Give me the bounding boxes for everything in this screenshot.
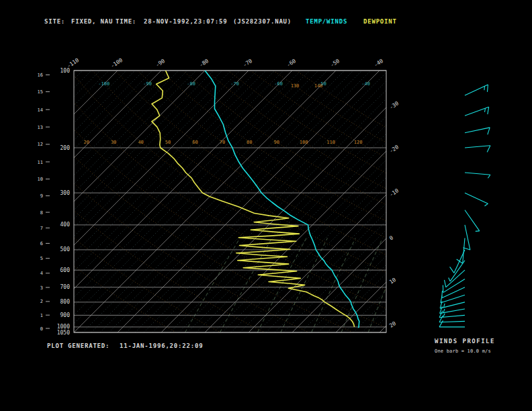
- svg-text:800: 800: [60, 299, 71, 305]
- svg-text:-110: -110: [66, 57, 80, 69]
- svg-text:-90: -90: [154, 58, 166, 68]
- svg-text:600: 600: [60, 267, 71, 273]
- sounding-plot-screen: SITE: FIXED, NAU TIME: 28-NOV-1992,23:07…: [0, 0, 532, 411]
- svg-text:6: 6: [40, 241, 43, 246]
- plot-generated-value: 11-JAN-1996,20:22:09: [120, 342, 203, 349]
- svg-text:-80: -80: [198, 58, 210, 68]
- temp-trace: [205, 71, 359, 328]
- svg-text:-30: -30: [388, 100, 400, 111]
- svg-text:10: 10: [38, 177, 43, 182]
- svg-text:-100: -100: [98, 81, 109, 87]
- svg-text:1: 1: [40, 313, 43, 318]
- pressure-gridlines: [74, 71, 386, 332]
- svg-text:60: 60: [192, 140, 197, 145]
- svg-text:15: 15: [38, 89, 43, 95]
- winds-profile-caption: One barb = 10.0 m/s: [435, 349, 491, 354]
- isotherm-labels-right: -30-20-1001020: [388, 100, 400, 329]
- dewpoint-trace: [152, 71, 355, 327]
- wind-barb-profile: [439, 85, 490, 327]
- svg-text:-60: -60: [285, 58, 297, 68]
- svg-text:-60: -60: [274, 81, 283, 87]
- svg-text:130: 130: [291, 83, 300, 89]
- svg-text:20: 20: [388, 320, 397, 329]
- svg-text:14: 14: [38, 107, 43, 113]
- svg-text:-50: -50: [318, 81, 326, 87]
- svg-text:400: 400: [60, 222, 71, 228]
- svg-text:110: 110: [326, 140, 335, 145]
- svg-text:3: 3: [40, 285, 43, 291]
- svg-text:50: 50: [165, 140, 171, 145]
- height-axis-km: 012345678910111213141516: [38, 73, 50, 332]
- svg-text:2: 2: [40, 299, 43, 304]
- svg-text:90: 90: [274, 140, 279, 145]
- svg-text:30: 30: [111, 140, 116, 145]
- svg-text:5: 5: [40, 256, 43, 261]
- svg-text:-70: -70: [230, 81, 239, 87]
- svg-text:-80: -80: [187, 81, 195, 87]
- svg-text:40: 40: [138, 140, 143, 145]
- svg-text:8: 8: [40, 210, 43, 216]
- svg-text:9: 9: [40, 193, 43, 199]
- svg-text:700: 700: [60, 284, 71, 290]
- svg-text:-100: -100: [109, 57, 124, 69]
- svg-text:200: 200: [60, 145, 71, 151]
- svg-text:-40: -40: [373, 58, 384, 68]
- svg-text:100: 100: [300, 140, 308, 145]
- svg-text:-40: -40: [361, 81, 370, 87]
- svg-text:4: 4: [40, 271, 43, 276]
- mixing-ratio-lines: [185, 238, 439, 333]
- svg-text:16: 16: [38, 73, 43, 78]
- svg-text:70: 70: [220, 140, 225, 145]
- svg-text:-70: -70: [242, 58, 253, 68]
- svg-text:11: 11: [38, 160, 43, 165]
- svg-text:120: 120: [354, 140, 363, 145]
- svg-text:900: 900: [60, 312, 71, 318]
- svg-text:0: 0: [388, 234, 394, 241]
- svg-text:10: 10: [388, 277, 397, 285]
- svg-text:300: 300: [60, 190, 71, 196]
- svg-text:500: 500: [60, 246, 71, 253]
- svg-text:-90: -90: [143, 81, 152, 87]
- svg-text:-50: -50: [329, 58, 341, 68]
- pressure-labels: 10020030040050060070080090010001050: [57, 68, 70, 336]
- winds-profile-title: WINDS PROFILE: [435, 338, 495, 345]
- svg-text:-20: -20: [388, 144, 400, 154]
- svg-text:20: 20: [83, 140, 89, 145]
- svg-text:7: 7: [40, 226, 43, 231]
- svg-text:0: 0: [40, 326, 43, 332]
- svg-text:13: 13: [38, 125, 43, 130]
- plot-generated-label: PLOT GENERATED:: [47, 342, 109, 349]
- svg-text:12: 12: [38, 142, 43, 147]
- isotherm-labels-top: -110-100-90-80-70-60-50-40: [66, 57, 384, 69]
- svg-text:80: 80: [247, 140, 252, 145]
- svg-text:-10: -10: [388, 187, 400, 198]
- plot-frame: [74, 71, 386, 332]
- svg-text:1050: 1050: [57, 330, 70, 336]
- isotherm-labels-inside: -100-90-80-70-60-50-40: [98, 81, 370, 87]
